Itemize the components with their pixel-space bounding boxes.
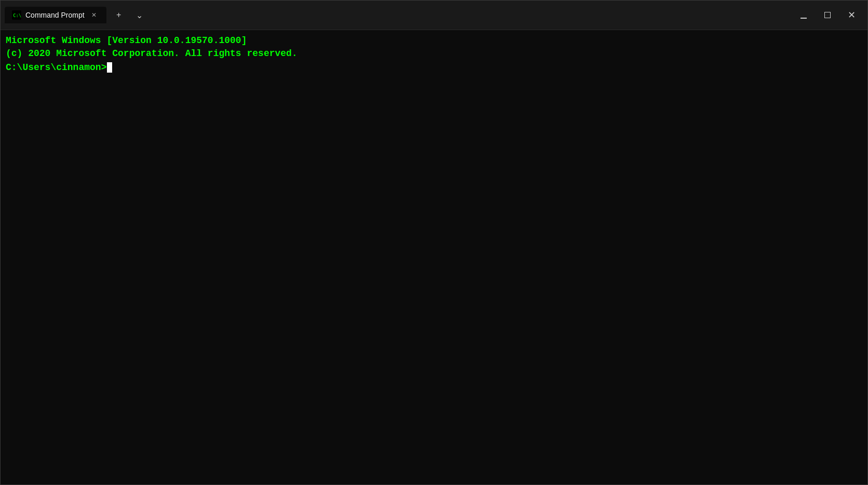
titlebar: C:\ Command Prompt ✕ + ⌄ ✕ <box>1 1 867 30</box>
maximize-button[interactable] <box>816 1 839 30</box>
terminal-output-line1: Microsoft Windows [Version 10.0.19570.10… <box>6 34 862 47</box>
close-button[interactable]: ✕ <box>839 1 863 30</box>
tab-title: Command Prompt <box>25 11 85 19</box>
maximize-icon <box>824 12 831 18</box>
svg-text:C:\: C:\ <box>13 13 21 18</box>
tab-dropdown-button[interactable]: ⌄ <box>131 7 148 23</box>
cmd-icon: C:\ <box>12 10 21 20</box>
terminal-body[interactable]: Microsoft Windows [Version 10.0.19570.10… <box>1 30 867 484</box>
titlebar-left: C:\ Command Prompt ✕ + ⌄ <box>5 7 792 23</box>
terminal-output-line2: (c) 2020 Microsoft Corporation. All righ… <box>6 47 862 60</box>
cursor <box>107 62 112 73</box>
minimize-icon <box>801 18 807 19</box>
prompt-line[interactable]: C:\Users\cinnamon> <box>6 62 862 73</box>
close-icon: ✕ <box>848 10 856 20</box>
prompt-text: C:\Users\cinnamon> <box>6 62 106 73</box>
tab-command-prompt[interactable]: C:\ Command Prompt ✕ <box>5 7 106 23</box>
new-tab-button[interactable]: + <box>111 7 127 23</box>
minimize-button[interactable] <box>792 1 816 30</box>
window: C:\ Command Prompt ✕ + ⌄ ✕ <box>0 0 868 485</box>
window-controls: ✕ <box>792 1 863 30</box>
tab-close-button[interactable]: ✕ <box>89 10 99 20</box>
